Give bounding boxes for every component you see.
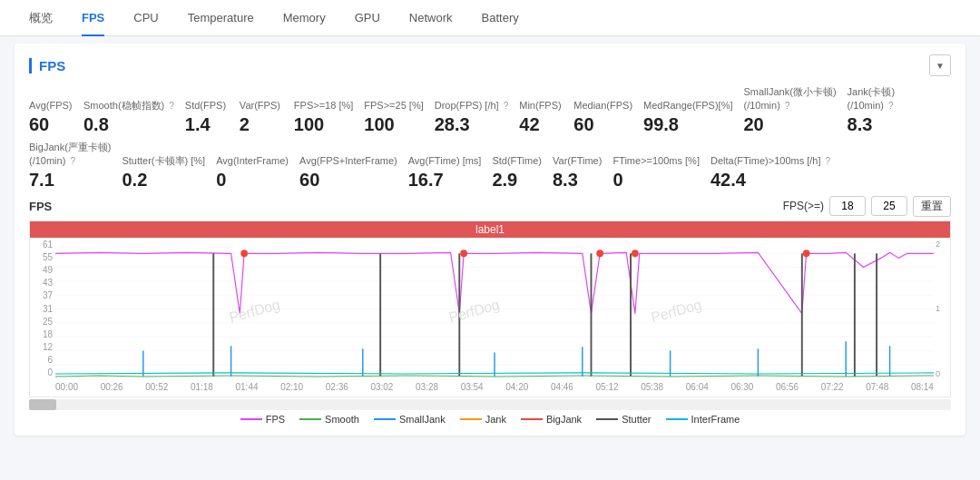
nav-item-battery[interactable]: Battery — [467, 0, 534, 36]
legend-jank-line — [460, 418, 482, 420]
fps-card-title: FPS — [29, 58, 65, 73]
stat-var-fps: Var(FPS) 2 — [240, 99, 294, 134]
fps-input-25[interactable] — [871, 196, 907, 216]
legend-interframe-line — [666, 418, 688, 420]
legend-stutter-line — [596, 418, 618, 420]
stat-jank: Jank(卡顿)(/10min) ? 8.3 — [848, 85, 906, 135]
scrollbar-thumb[interactable] — [29, 399, 56, 410]
nav-item-network[interactable]: Network — [395, 0, 467, 36]
stat-var-ftime: Var(FTime) 8.3 — [553, 154, 612, 190]
svg-point-19 — [240, 250, 248, 257]
svg-text:PerfDog: PerfDog — [447, 296, 501, 325]
collapse-button[interactable]: ▼ — [929, 54, 951, 76]
svg-text:PerfDog: PerfDog — [650, 296, 703, 325]
chart-svg: PerfDog PerfDog PerfDog Jank — [55, 240, 934, 378]
y-axis-left: 61 55 49 43 37 31 25 18 12 6 0 — [30, 240, 55, 378]
stat-avg-ftime: Avg(FTime) [ms] 16.7 — [408, 154, 493, 190]
legend-fps-line — [240, 418, 262, 420]
legend-bigjank: BigJank — [521, 414, 582, 425]
fps-reset-button[interactable]: 重置 — [913, 196, 951, 217]
svg-point-20 — [460, 250, 467, 257]
stat-fps-25: FPS>=25 [%] 100 — [364, 99, 434, 134]
stat-fps-18: FPS>=18 [%] 100 — [294, 99, 364, 134]
svg-text:PerfDog: PerfDog — [228, 296, 281, 325]
fps-card: FPS ▼ Avg(FPS) 60 Smooth(稳帧指数) ? 0.8 Std… — [15, 44, 965, 436]
legend-smalljank-line — [374, 418, 396, 420]
fps-controls: FPS(>=) 重置 — [783, 196, 951, 217]
y-axis-right: 2 1 0 — [934, 240, 950, 378]
svg-point-21 — [596, 250, 603, 257]
chart-title: FPS — [29, 200, 52, 213]
chart-section: FPS FPS(>=) 重置 label1 61 55 49 — [29, 196, 951, 425]
stat-std-fps: Std(FPS) 1.4 — [185, 99, 240, 134]
stat-avg-fps: Avg(FPS) 60 — [29, 99, 83, 134]
legend-fps: FPS — [240, 414, 285, 425]
stat-smooth: Smooth(稳帧指数) ? 0.8 — [83, 99, 185, 134]
top-navigation: 概览FPSCPUTemperatureMemoryGPUNetworkBatte… — [0, 0, 980, 36]
stat-std-ftime: Std(FTime) 2.9 — [492, 154, 553, 190]
stat-delta-ftime: Delta(FTime)>100ms [/h] ? 42.4 — [710, 154, 841, 190]
stats-row-2: BigJank(严重卡顿)(/10min) ? 7.1 Stutter(卡顿率)… — [29, 141, 951, 191]
stat-stutter: Stutter(卡顿率) [%] 0.2 — [122, 154, 216, 190]
nav-item-memory[interactable]: Memory — [269, 0, 340, 36]
main-content: FPS ▼ Avg(FPS) 60 Smooth(稳帧指数) ? 0.8 Std… — [0, 36, 980, 480]
stat-smalljank: SmallJank(微小卡顿)(/10min) ? 20 — [744, 85, 848, 135]
legend-smalljank: SmallJank — [374, 414, 446, 425]
nav-item-gpu[interactable]: GPU — [340, 0, 395, 36]
label-bar: label1 — [30, 221, 950, 238]
stat-avg-interframe: Avg(InterFrame) 0 — [216, 154, 299, 190]
legend-interframe: InterFrame — [666, 414, 740, 425]
stats-row-1: Avg(FPS) 60 Smooth(稳帧指数) ? 0.8 Std(FPS) … — [29, 85, 951, 135]
stat-medrange-fps: MedRange(FPS)[%] 99.8 — [643, 99, 743, 134]
fps-ge-label: FPS(>=) — [783, 200, 824, 212]
stat-drop-fps: Drop(FPS) [/h] ? 28.3 — [435, 99, 520, 134]
nav-item-cpu[interactable]: CPU — [119, 0, 172, 36]
chart-legend: FPS Smooth SmallJank Jank BigJank — [29, 414, 951, 425]
fps-input-18[interactable] — [829, 196, 866, 216]
svg-point-22 — [632, 250, 639, 257]
scrollbar[interactable] — [29, 399, 951, 410]
legend-smooth: Smooth — [299, 414, 359, 425]
nav-item-fps[interactable]: FPS — [67, 0, 119, 36]
legend-bigjank-line — [521, 418, 543, 420]
nav-item-temperature[interactable]: Temperature — [173, 0, 269, 36]
legend-smooth-line — [299, 418, 321, 420]
chart-header: FPS FPS(>=) 重置 — [29, 196, 951, 217]
legend-jank: Jank — [460, 414, 506, 425]
stat-min-fps: Min(FPS) 42 — [519, 99, 573, 134]
svg-point-23 — [803, 250, 810, 257]
stat-avg-fps-interframe: Avg(FPS+InterFrame) 60 — [299, 154, 408, 190]
x-axis: 00:00 00:26 00:52 01:18 01:44 02:10 02:3… — [55, 378, 934, 397]
stat-ftime-100ms: FTime>=100ms [%] 0 — [612, 154, 710, 190]
card-header: FPS ▼ — [29, 54, 951, 76]
nav-item-overview[interactable]: 概览 — [15, 0, 67, 36]
legend-stutter: Stutter — [596, 414, 651, 425]
stat-bigjank: BigJank(严重卡顿)(/10min) ? 7.1 — [29, 141, 122, 191]
chart-container: label1 61 55 49 43 37 31 25 18 12 6 0 — [29, 220, 951, 397]
stat-median-fps: Median(FPS) 60 — [573, 99, 643, 134]
